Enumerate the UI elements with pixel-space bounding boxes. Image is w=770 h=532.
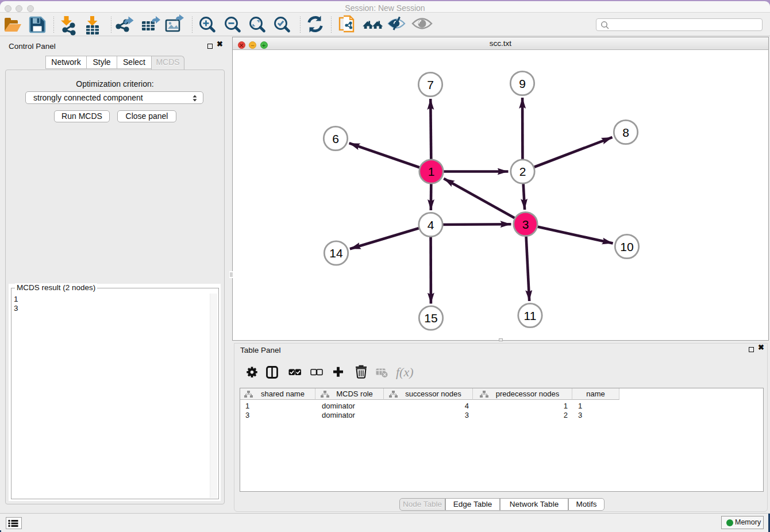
svg-text:1: 1	[428, 165, 435, 178]
svg-text:14: 14	[329, 246, 343, 260]
svg-text:3: 3	[522, 218, 529, 231]
svg-text:7: 7	[427, 78, 434, 91]
svg-text:11: 11	[524, 309, 537, 322]
svg-text:15: 15	[424, 311, 437, 325]
svg-text:2: 2	[519, 165, 526, 178]
svg-text:8: 8	[622, 126, 629, 139]
svg-text:9: 9	[519, 77, 526, 90]
svg-text:10: 10	[620, 240, 633, 253]
svg-text:4: 4	[428, 218, 434, 232]
svg-text:f(x): f(x)	[396, 365, 414, 379]
svg-text:6: 6	[332, 132, 339, 145]
